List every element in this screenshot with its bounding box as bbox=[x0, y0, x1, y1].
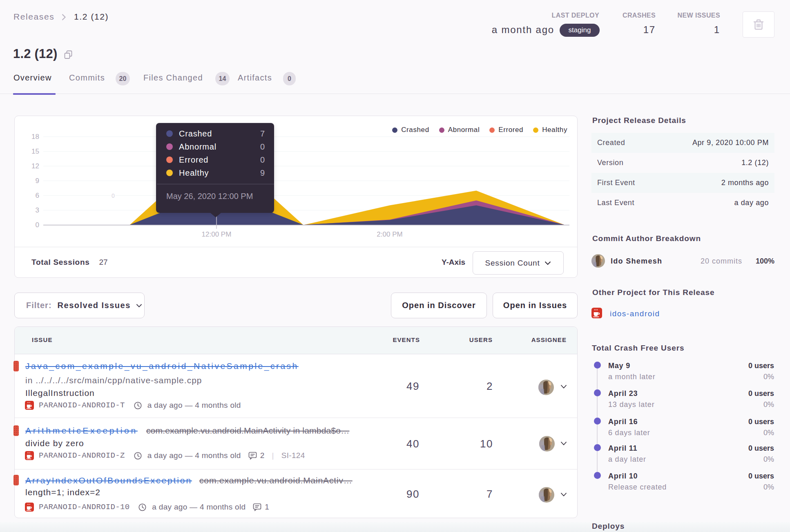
svg-text:18: 18 bbox=[31, 133, 39, 141]
svg-text:15: 15 bbox=[31, 148, 39, 155]
svg-text:9: 9 bbox=[36, 177, 39, 185]
svg-text:0: 0 bbox=[112, 192, 115, 199]
svg-text:12:00 PM: 12:00 PM bbox=[202, 230, 232, 238]
svg-text:0: 0 bbox=[36, 221, 39, 229]
svg-text:12: 12 bbox=[31, 162, 39, 170]
svg-text:2:00 PM: 2:00 PM bbox=[377, 230, 402, 238]
svg-text:6: 6 bbox=[36, 192, 39, 199]
svg-text:3: 3 bbox=[36, 206, 39, 214]
